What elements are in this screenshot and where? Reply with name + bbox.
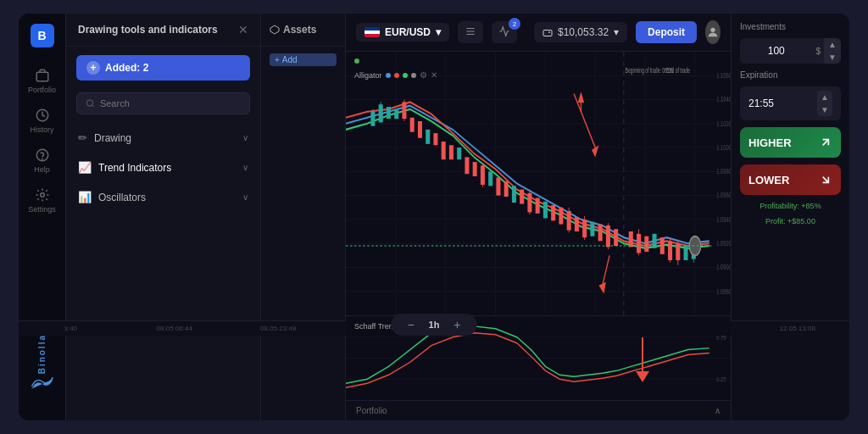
asset-selector[interactable]: EUR/USD ▾ bbox=[356, 23, 449, 42]
profit-text: Profit: +$85.00 bbox=[740, 217, 841, 225]
investments-label: Investments bbox=[740, 22, 841, 31]
user-avatar[interactable] bbox=[705, 20, 721, 44]
nav-item-portfolio[interactable]: Portfolio bbox=[19, 61, 65, 101]
svg-text:0.75: 0.75 bbox=[716, 334, 726, 341]
investment-currency: $ bbox=[812, 47, 824, 56]
dot-red-1 bbox=[394, 73, 399, 78]
higher-button[interactable]: HIGHER bbox=[740, 127, 841, 158]
svg-rect-58 bbox=[488, 171, 492, 186]
nav-item-help[interactable]: Help bbox=[19, 141, 65, 181]
chart-tools-button[interactable] bbox=[458, 21, 483, 43]
assets-header: Assets bbox=[261, 14, 345, 47]
sidebar-header: Drawing tools and indicators ✕ bbox=[66, 14, 260, 47]
eur-usd-flag bbox=[364, 27, 380, 37]
svg-rect-61 bbox=[512, 186, 516, 203]
chevron-drawing: ∨ bbox=[242, 133, 248, 142]
indicator-count-badge: 2 bbox=[509, 18, 520, 30]
balance-value: $10,053.32 bbox=[558, 26, 609, 38]
svg-rect-50 bbox=[433, 133, 437, 145]
close-sidebar-button[interactable]: ✕ bbox=[238, 24, 248, 36]
indicators-button[interactable]: 2 bbox=[492, 21, 517, 43]
svg-rect-75 bbox=[598, 225, 603, 242]
chart-tools-icon bbox=[465, 25, 476, 37]
svg-rect-59 bbox=[496, 177, 500, 195]
brand-logo: B bbox=[31, 24, 54, 47]
wallet-icon bbox=[542, 27, 553, 37]
nav-item-settings[interactable]: Settings bbox=[19, 181, 65, 220]
svg-text:1.09000: 1.09000 bbox=[716, 263, 731, 272]
lower-label: LOWER bbox=[748, 174, 789, 186]
category-drawing[interactable]: ✏ Drawing ∨ bbox=[66, 123, 260, 153]
added-indicators-button[interactable]: Added: 2 bbox=[76, 55, 250, 81]
deposit-button[interactable]: Deposit bbox=[636, 21, 697, 43]
category-trend[interactable]: 📈 Trend Indicators ∨ bbox=[66, 153, 260, 182]
settings-icon bbox=[35, 187, 50, 203]
svg-line-109 bbox=[823, 140, 829, 146]
alligator-delete[interactable]: ✕ bbox=[431, 70, 437, 80]
nav-label-help: Help bbox=[34, 165, 50, 174]
time-tick-1: 08.05 06:44 bbox=[123, 325, 227, 332]
svg-text:1.09200: 1.09200 bbox=[716, 239, 731, 248]
asset-chevron: ▾ bbox=[436, 26, 441, 38]
svg-rect-67 bbox=[551, 205, 555, 220]
svg-rect-55 bbox=[473, 162, 477, 176]
assets-icon bbox=[270, 25, 280, 35]
investment-amount-row: 100 $ ▲ ▼ bbox=[740, 38, 841, 64]
brand-bottom-icon bbox=[31, 377, 54, 402]
brand-bar: B Portfolio History Help Settings bbox=[19, 14, 66, 420]
balance-display[interactable]: $10,053.32 ▾ bbox=[534, 22, 627, 42]
investment-value[interactable]: 100 bbox=[740, 41, 812, 61]
nav-label-portfolio: Portfolio bbox=[28, 86, 56, 94]
increase-interval-button[interactable]: + bbox=[449, 317, 465, 332]
category-oscillators[interactable]: 📊 Oscillators ∨ bbox=[66, 182, 260, 212]
investment-stepper: ▲ ▼ bbox=[824, 38, 841, 64]
higher-label: HIGHER bbox=[748, 136, 792, 149]
portfolio-icon bbox=[35, 68, 50, 83]
interval-label: 1h bbox=[429, 320, 440, 330]
svg-rect-51 bbox=[442, 142, 446, 159]
search-box[interactable] bbox=[76, 92, 250, 114]
svg-line-98 bbox=[603, 255, 609, 285]
expiration-row[interactable]: 21:55 ▲ ▼ bbox=[740, 86, 841, 120]
nav-item-history[interactable]: History bbox=[19, 101, 65, 141]
nav-label-history: History bbox=[30, 125, 53, 134]
portfolio-footer[interactable]: Portfolio ∧ bbox=[346, 400, 731, 420]
indicators-icon bbox=[498, 25, 510, 37]
svg-rect-47 bbox=[410, 118, 415, 132]
svg-rect-78 bbox=[614, 229, 618, 246]
dot-gray-1 bbox=[411, 73, 416, 78]
svg-point-3 bbox=[42, 159, 42, 159]
expiration-label: Expiration bbox=[740, 70, 841, 80]
trend-icon: 📈 bbox=[78, 161, 92, 174]
svg-text:1.10000: 1.10000 bbox=[716, 142, 731, 152]
svg-rect-52 bbox=[449, 145, 453, 159]
time-tick-7: 12.05 13:08 bbox=[746, 325, 850, 332]
svg-rect-54 bbox=[465, 157, 469, 174]
category-trend-label: Trend Indicators bbox=[98, 162, 171, 174]
svg-rect-49 bbox=[426, 130, 430, 144]
investment-increase[interactable]: ▲ bbox=[824, 38, 841, 51]
svg-rect-79 bbox=[629, 231, 633, 247]
expiration-stepper: ▲ ▼ bbox=[817, 91, 832, 116]
alligator-settings[interactable]: ⚙ bbox=[420, 70, 427, 80]
svg-rect-0 bbox=[36, 72, 48, 81]
asset-name: EUR/USD bbox=[385, 26, 431, 38]
decrease-interval-button[interactable]: − bbox=[403, 317, 419, 332]
svg-text:1.10400: 1.10400 bbox=[716, 95, 731, 104]
time-tick-2: 08.05 23:48 bbox=[226, 325, 331, 332]
search-input[interactable] bbox=[100, 98, 241, 108]
assets-panel: Assets + Add bbox=[261, 14, 346, 420]
svg-rect-68 bbox=[559, 208, 563, 225]
svg-text:1.10200: 1.10200 bbox=[716, 119, 731, 128]
add-asset-button[interactable]: + Add bbox=[270, 53, 337, 66]
investment-decrease[interactable]: ▼ bbox=[824, 51, 841, 64]
svg-point-10 bbox=[710, 28, 715, 32]
plus-icon: + bbox=[275, 55, 280, 64]
right-panel: Investments 100 $ ▲ ▼ Expiration 21:55 ▲… bbox=[731, 14, 849, 420]
expiration-increase[interactable]: ▲ bbox=[817, 91, 832, 103]
lower-button[interactable]: LOWER bbox=[740, 164, 841, 195]
expiration-decrease[interactable]: ▼ bbox=[817, 103, 832, 116]
sidebar-panel: Drawing tools and indicators ✕ Added: 2 … bbox=[66, 14, 261, 420]
svg-text:1.09800: 1.09800 bbox=[716, 167, 731, 176]
svg-text:1.10600: 1.10600 bbox=[716, 71, 731, 81]
